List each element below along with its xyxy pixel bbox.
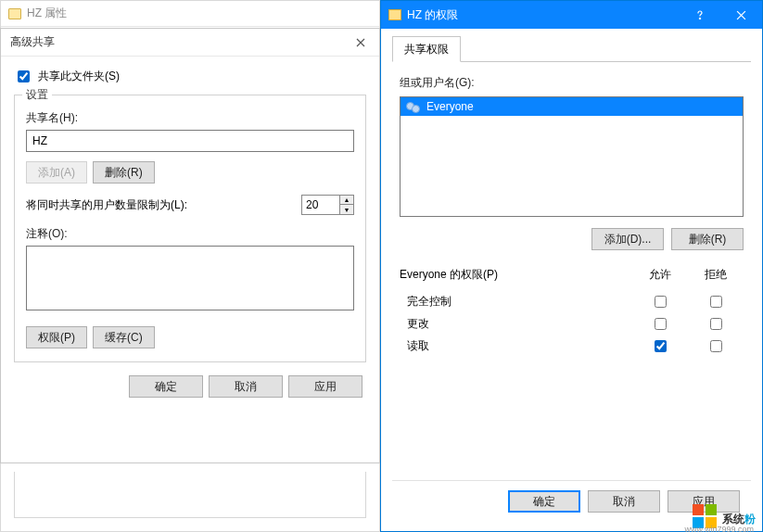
permissions-titlebar: HZ 的权限 xyxy=(381,1,762,29)
permission-row: 完全控制 xyxy=(400,290,744,312)
remove-share-button[interactable]: 删除(R) xyxy=(93,161,155,184)
properties-tab-fragment xyxy=(14,472,366,518)
deny-checkbox[interactable] xyxy=(710,296,722,308)
permission-name: 完全控制 xyxy=(400,294,632,310)
column-deny: 拒绝 xyxy=(688,267,744,283)
deny-checkbox[interactable] xyxy=(710,340,722,352)
folder-icon xyxy=(8,8,21,19)
permissions-window: HZ 的权限 共享权限 组或用户名(G): Everyone 添加(D)... … xyxy=(380,0,763,532)
permission-name: 更改 xyxy=(400,316,632,332)
perm-cancel-button[interactable]: 取消 xyxy=(588,490,660,513)
adv-cancel-button[interactable]: 取消 xyxy=(209,375,283,398)
permissions-for-label: Everyone 的权限(P) xyxy=(400,267,632,283)
group-icon xyxy=(406,100,421,113)
share-name-label: 共享名(H): xyxy=(26,110,354,126)
watermark-url: www.win7999.com xyxy=(684,525,754,532)
user-name: Everyone xyxy=(426,100,474,113)
connections-limit-input[interactable] xyxy=(301,195,340,215)
tab-share-permissions[interactable]: 共享权限 xyxy=(392,36,461,62)
permissions-tabstrip: 共享权限 xyxy=(392,36,751,62)
chevron-down-icon[interactable]: ▼ xyxy=(340,205,353,214)
comment-textarea[interactable] xyxy=(26,246,354,310)
adv-ok-button[interactable]: 确定 xyxy=(129,375,203,398)
close-icon[interactable] xyxy=(720,1,762,29)
permissions-title: HZ 的权限 xyxy=(407,7,458,23)
properties-titlebar: HZ 属性 xyxy=(1,1,379,27)
group-users-listbox[interactable]: Everyone xyxy=(400,96,744,217)
share-folder-label: 共享此文件夹(S) xyxy=(38,69,120,84)
perm-ok-button[interactable]: 确定 xyxy=(508,490,580,513)
permission-row: 读取 xyxy=(400,335,744,357)
comment-label: 注释(O): xyxy=(26,226,354,242)
permissions-list: 完全控制更改读取 xyxy=(400,290,744,475)
caching-button[interactable]: 缓存(C) xyxy=(93,326,155,348)
settings-legend: 设置 xyxy=(22,87,52,103)
folder-icon xyxy=(388,9,401,20)
remove-user-button[interactable]: 删除(R) xyxy=(671,228,744,250)
permissions-table-header: Everyone 的权限(P) 允许 拒绝 xyxy=(400,267,744,283)
list-item-user[interactable]: Everyone xyxy=(401,97,743,116)
permissions-button[interactable]: 权限(P) xyxy=(26,326,87,348)
chevron-up-icon[interactable]: ▲ xyxy=(340,196,353,205)
properties-title: HZ 属性 xyxy=(27,6,67,21)
allow-checkbox[interactable] xyxy=(655,318,667,330)
deny-checkbox[interactable] xyxy=(710,318,722,330)
share-name-input[interactable] xyxy=(26,130,354,152)
column-allow: 允许 xyxy=(632,267,688,283)
close-icon[interactable] xyxy=(342,29,379,56)
adv-apply-button[interactable]: 应用 xyxy=(288,375,362,398)
perm-apply-button[interactable]: 应用 xyxy=(668,490,740,513)
share-folder-checkbox[interactable] xyxy=(18,70,30,82)
share-folder-checkbox-row[interactable]: 共享此文件夹(S) xyxy=(14,68,366,85)
help-icon[interactable] xyxy=(679,1,720,29)
advanced-sharing-titlebar: 高级共享 xyxy=(1,29,379,57)
allow-checkbox[interactable] xyxy=(655,296,667,308)
connections-limit-label: 将同时共享的用户数量限制为(L): xyxy=(26,197,187,213)
advanced-sharing-dialog: 高级共享 共享此文件夹(S) 设置 共享名(H): 添加(A) 删除(R) 将同… xyxy=(0,28,380,463)
allow-checkbox[interactable] xyxy=(655,340,667,352)
connections-limit-spinner[interactable]: ▲ ▼ xyxy=(301,195,354,215)
add-share-button[interactable]: 添加(A) xyxy=(26,161,87,184)
add-user-button[interactable]: 添加(D)... xyxy=(591,228,664,250)
svg-point-0 xyxy=(699,18,701,19)
permission-name: 读取 xyxy=(400,338,632,354)
settings-group: 设置 共享名(H): 添加(A) 删除(R) 将同时共享的用户数量限制为(L):… xyxy=(14,95,366,362)
permission-row: 更改 xyxy=(400,312,744,335)
spinner-arrows[interactable]: ▲ ▼ xyxy=(340,195,354,215)
advanced-sharing-title: 高级共享 xyxy=(10,34,55,50)
group-users-label: 组或用户名(G): xyxy=(400,75,744,91)
